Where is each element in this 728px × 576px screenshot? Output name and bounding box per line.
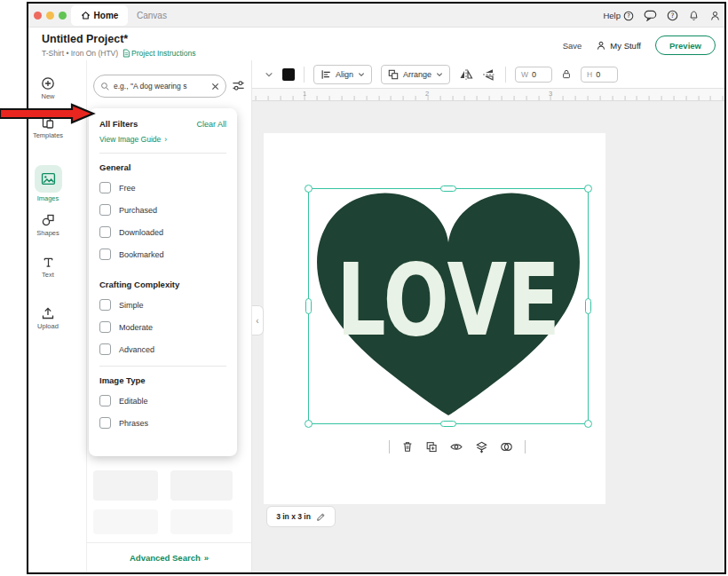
- zoom-window-button[interactable]: [59, 12, 67, 20]
- chevron-down-icon[interactable]: [265, 71, 273, 78]
- resize-handle-bottom[interactable]: [440, 421, 456, 427]
- project-header: Untitled Project* T-Shirt • Iron On (HTV…: [28, 28, 724, 63]
- filter-option-downloaded[interactable]: Downloaded: [99, 226, 226, 238]
- bell-icon[interactable]: [688, 10, 700, 22]
- height-value: 0: [596, 70, 600, 79]
- edit-pencil-icon[interactable]: [316, 512, 326, 522]
- image-result-placeholder[interactable]: [93, 509, 158, 534]
- sidebar-item-shapes-label: Shapes: [28, 229, 67, 237]
- resize-handle-top-left[interactable]: [305, 185, 313, 193]
- preview-button[interactable]: Preview: [655, 36, 716, 55]
- project-instructions-link[interactable]: Project Instructions: [123, 49, 195, 58]
- tab-home[interactable]: Home: [71, 5, 128, 26]
- resize-handle-left[interactable]: [305, 298, 312, 314]
- tab-home-label: Home: [94, 11, 119, 20]
- filter-option-phrases[interactable]: Phrases: [99, 417, 226, 429]
- filter-option-bookmarked[interactable]: Bookmarked: [99, 249, 226, 260]
- upload-icon: [41, 306, 55, 320]
- view-image-guide-link[interactable]: View Image Guide ›: [99, 135, 226, 144]
- sidebar-item-new-label: New: [28, 92, 67, 100]
- width-input[interactable]: W 0: [515, 67, 552, 83]
- filter-option-advanced[interactable]: Advanced: [99, 343, 226, 355]
- image-result-placeholder[interactable]: [93, 470, 158, 501]
- filter-option-simple-label: Simple: [119, 301, 144, 310]
- checkbox-downloaded[interactable]: [99, 226, 111, 238]
- resize-handle-bottom-right[interactable]: [584, 420, 592, 428]
- filter-option-free[interactable]: Free: [99, 182, 226, 193]
- checkbox-purchased[interactable]: [99, 204, 111, 216]
- close-window-button[interactable]: [34, 12, 42, 20]
- color-swatch[interactable]: [282, 68, 295, 81]
- resize-handle-top-right[interactable]: [584, 185, 592, 193]
- arrange-icon: [388, 69, 399, 80]
- divider: [304, 67, 305, 83]
- divider: [99, 366, 226, 367]
- selection-bounding-box[interactable]: [308, 188, 589, 424]
- sidebar-item-upload[interactable]: Upload: [28, 306, 67, 330]
- flip-horizontal-icon[interactable]: [459, 68, 473, 81]
- home-icon: [81, 11, 91, 20]
- checkbox-phrases[interactable]: [99, 417, 111, 429]
- canvas-size-badge[interactable]: 3 in x 3 in: [266, 506, 336, 527]
- search-value: e.g., "A dog wearing s: [114, 82, 208, 91]
- height-input[interactable]: H 0: [581, 67, 618, 83]
- checkbox-bookmarked[interactable]: [99, 249, 111, 260]
- flip-vertical-icon[interactable]: [482, 68, 496, 81]
- my-stuff-button[interactable]: My Stuff: [596, 40, 641, 51]
- minimize-window-button[interactable]: [46, 12, 54, 20]
- image-result-placeholder[interactable]: [170, 509, 233, 534]
- filter-option-free-label: Free: [119, 184, 136, 193]
- advanced-search-link[interactable]: Advanced Search »: [87, 542, 251, 572]
- filter-option-simple[interactable]: Simple: [99, 299, 226, 311]
- filter-option-advanced-label: Advanced: [119, 345, 154, 354]
- question-circle-icon[interactable]: ?: [667, 10, 678, 21]
- image-result-placeholder[interactable]: [170, 470, 233, 501]
- layers-icon[interactable]: [475, 440, 488, 454]
- checkbox-advanced[interactable]: [99, 343, 111, 355]
- clear-search-icon[interactable]: [211, 83, 219, 91]
- filter-option-moderate[interactable]: Moderate: [99, 321, 226, 333]
- filter-sliders-icon[interactable]: [232, 79, 245, 92]
- checkbox-editable[interactable]: [99, 395, 111, 406]
- sidebar-item-text[interactable]: Text: [28, 256, 67, 279]
- sidebar-item-new[interactable]: New: [28, 76, 67, 100]
- filter-option-moderate-label: Moderate: [119, 323, 153, 332]
- divider: [525, 440, 526, 454]
- filter-option-purchased[interactable]: Purchased: [99, 204, 226, 216]
- lock-icon[interactable]: [561, 68, 572, 80]
- image-search-input[interactable]: e.g., "A dog wearing s: [93, 75, 226, 98]
- align-dropdown[interactable]: Align: [313, 65, 372, 84]
- checkbox-moderate[interactable]: [99, 321, 111, 333]
- sidebar-item-images[interactable]: Images: [28, 165, 67, 202]
- sidebar-item-templates-label: Templates: [28, 131, 67, 139]
- weld-icon[interactable]: [500, 441, 513, 453]
- align-label: Align: [336, 70, 353, 79]
- window-titlebar: Home Canvas Help ? ?: [28, 4, 724, 28]
- panel-collapse-button[interactable]: ‹: [252, 305, 264, 335]
- sidebar-item-shapes[interactable]: Shapes: [28, 213, 67, 237]
- filter-option-phrases-label: Phrases: [119, 419, 148, 428]
- clear-all-link[interactable]: Clear All: [196, 120, 226, 129]
- checkbox-free[interactable]: [99, 182, 111, 193]
- resize-handle-right[interactable]: [585, 298, 591, 314]
- filter-option-editable[interactable]: Editable: [99, 395, 226, 406]
- tab-canvas[interactable]: Canvas: [137, 4, 167, 28]
- divider: [389, 440, 390, 454]
- arrange-dropdown[interactable]: Arrange: [381, 65, 450, 84]
- save-button[interactable]: Save: [563, 41, 582, 51]
- width-label: W: [521, 70, 528, 79]
- filters-title: All Filters: [99, 119, 138, 129]
- duplicate-icon[interactable]: [425, 440, 438, 454]
- checkbox-simple[interactable]: [99, 299, 111, 311]
- edit-toolbar: Align Arrange W 0 H 0: [252, 60, 724, 89]
- resize-handle-bottom-left[interactable]: [305, 420, 313, 428]
- trash-icon[interactable]: [401, 440, 414, 454]
- canvas-size-label: 3 in x 3 in: [276, 512, 311, 521]
- resize-handle-top[interactable]: [440, 185, 456, 192]
- help-menu[interactable]: Help ?: [603, 11, 634, 21]
- account-icon[interactable]: [709, 10, 721, 22]
- hide-eye-icon[interactable]: [449, 441, 463, 453]
- feedback-chat-icon[interactable]: [644, 10, 657, 21]
- app-window: Home Canvas Help ? ? Untitled Project* T…: [27, 2, 726, 574]
- chevron-left-icon: ‹: [256, 316, 258, 326]
